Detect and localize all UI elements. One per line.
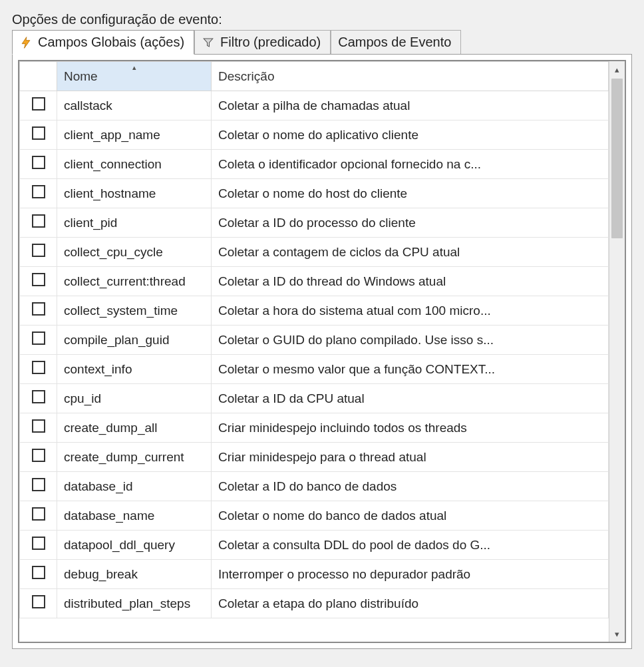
table-row[interactable]: compile_plan_guidColetar o GUID do plano… xyxy=(20,326,609,355)
tab-event-fields[interactable]: Campos de Evento xyxy=(331,30,461,54)
checkbox[interactable] xyxy=(32,244,45,257)
description-cell: Criar minidespejo incluindo todos os thr… xyxy=(212,413,609,443)
checkbox[interactable] xyxy=(32,449,45,462)
scroll-down-arrow-icon[interactable]: ▾ xyxy=(609,626,625,642)
name-cell: create_dump_current xyxy=(57,443,212,472)
table-row[interactable]: create_dump_allCriar minidespejo incluin… xyxy=(20,413,609,443)
tab-filter[interactable]: Filtro (predicado) xyxy=(194,30,331,54)
column-header-description[interactable]: Descrição xyxy=(212,62,609,91)
column-header-checkbox[interactable] xyxy=(20,62,57,91)
checkbox[interactable] xyxy=(32,419,45,433)
table-row[interactable]: create_dump_currentCriar minidespejo par… xyxy=(20,443,609,472)
checkbox-cell[interactable] xyxy=(20,150,57,179)
name-cell: collect_cpu_cycle xyxy=(57,238,212,267)
scroll-up-arrow-icon[interactable]: ▴ xyxy=(609,61,625,77)
name-cell: database_name xyxy=(57,501,212,531)
table-row[interactable]: client_app_nameColetar o nome do aplicat… xyxy=(20,120,609,150)
checkbox[interactable] xyxy=(32,126,45,140)
table-row[interactable]: client_connectionColeta o identificador … xyxy=(20,150,609,179)
table-row[interactable]: database_idColetar a ID do banco de dado… xyxy=(20,472,609,501)
table-row[interactable]: database_nameColetar o nome do banco de … xyxy=(20,501,609,531)
lightning-icon xyxy=(19,36,33,49)
checkbox[interactable] xyxy=(32,361,45,374)
description-cell: Coletar a ID do processo do cliente xyxy=(212,208,609,238)
description-cell: Coletar a ID do thread do Windows atual xyxy=(212,267,609,296)
description-cell: Interromper o processo no depurador padr… xyxy=(212,560,609,589)
checkbox-cell[interactable] xyxy=(20,589,57,618)
column-header-label: Descrição xyxy=(218,69,274,83)
table-row[interactable]: callstackColetar a pilha de chamadas atu… xyxy=(20,91,609,120)
checkbox[interactable] xyxy=(32,507,45,521)
checkbox-cell[interactable] xyxy=(20,296,57,326)
checkbox[interactable] xyxy=(32,97,45,111)
column-header-label: Nome xyxy=(64,69,98,83)
description-cell: Coletar o nome do aplicativo cliente xyxy=(212,120,609,150)
name-cell: distributed_plan_steps xyxy=(57,589,212,618)
checkbox-cell[interactable] xyxy=(20,472,57,501)
table-row[interactable]: collect_system_timeColetar a hora do sis… xyxy=(20,296,609,326)
vertical-scrollbar[interactable]: ▴ ▾ xyxy=(609,61,625,642)
tab-panel: ▴ Nome Descrição callstackColetar a pilh… xyxy=(12,54,632,649)
name-cell: client_connection xyxy=(57,150,212,179)
checkbox-cell[interactable] xyxy=(20,501,57,531)
checkbox[interactable] xyxy=(32,273,45,286)
table-row[interactable]: client_pidColetar a ID do processo do cl… xyxy=(20,208,609,238)
checkbox[interactable] xyxy=(32,156,45,169)
checkbox-cell[interactable] xyxy=(20,179,57,208)
checkbox[interactable] xyxy=(32,214,45,228)
fields-table: ▴ Nome Descrição callstackColetar a pilh… xyxy=(19,61,609,618)
checkbox-cell[interactable] xyxy=(20,120,57,150)
description-cell: Coletar a etapa do plano distribuído xyxy=(212,589,609,618)
name-cell: client_app_name xyxy=(57,120,212,150)
checkbox[interactable] xyxy=(32,595,45,608)
name-cell: collect_current:thread xyxy=(57,267,212,296)
table-row[interactable]: datapool_ddl_queryColetar a consulta DDL… xyxy=(20,531,609,560)
table-row[interactable]: cpu_idColetar a ID da CPU atual xyxy=(20,384,609,413)
table-row[interactable]: context_infoColetar o mesmo valor que a … xyxy=(20,355,609,384)
checkbox-cell[interactable] xyxy=(20,355,57,384)
funnel-icon xyxy=(202,36,215,49)
table-row[interactable]: distributed_plan_stepsColetar a etapa do… xyxy=(20,589,609,618)
checkbox[interactable] xyxy=(32,332,45,345)
table-row[interactable]: collect_current:threadColetar a ID do th… xyxy=(20,267,609,296)
checkbox-cell[interactable] xyxy=(20,326,57,355)
checkbox[interactable] xyxy=(32,390,45,403)
name-cell: collect_system_time xyxy=(57,296,212,326)
checkbox-cell[interactable] xyxy=(20,91,57,120)
checkbox[interactable] xyxy=(32,478,45,491)
tab-label: Filtro (predicado) xyxy=(220,35,321,50)
checkbox[interactable] xyxy=(32,537,45,550)
section-heading: Opções de configuração de evento: xyxy=(12,12,632,27)
name-cell: callstack xyxy=(57,91,212,120)
name-cell: create_dump_all xyxy=(57,413,212,443)
checkbox-cell[interactable] xyxy=(20,208,57,238)
checkbox-cell[interactable] xyxy=(20,413,57,443)
checkbox-cell[interactable] xyxy=(20,531,57,560)
tab-global-fields[interactable]: Campos Globais (ações) xyxy=(12,30,194,55)
description-cell: Coletar a contagem de ciclos da CPU atua… xyxy=(212,238,609,267)
checkbox-cell[interactable] xyxy=(20,238,57,267)
table-row[interactable]: collect_cpu_cycleColetar a contagem de c… xyxy=(20,238,609,267)
checkbox-cell[interactable] xyxy=(20,560,57,589)
name-cell: context_info xyxy=(57,355,212,384)
checkbox-cell[interactable] xyxy=(20,267,57,296)
name-cell: cpu_id xyxy=(57,384,212,413)
description-cell: Coletar o nome do banco de dados atual xyxy=(212,501,609,531)
description-cell: Coletar a hora do sistema atual com 100 … xyxy=(212,296,609,326)
description-cell: Coleta o identificador opcional fornecid… xyxy=(212,150,609,179)
sort-asc-icon: ▴ xyxy=(132,63,136,72)
checkbox-cell[interactable] xyxy=(20,443,57,472)
checkbox[interactable] xyxy=(32,302,45,316)
description-cell: Coletar o mesmo valor que a função CONTE… xyxy=(212,355,609,384)
name-cell: database_id xyxy=(57,472,212,501)
tab-strip: Campos Globais (ações) Filtro (predicado… xyxy=(12,30,632,54)
name-cell: debug_break xyxy=(57,560,212,589)
column-header-name[interactable]: ▴ Nome xyxy=(57,62,212,91)
description-cell: Coletar o GUID do plano compilado. Use i… xyxy=(212,326,609,355)
checkbox[interactable] xyxy=(32,185,45,198)
checkbox-cell[interactable] xyxy=(20,384,57,413)
table-row[interactable]: client_hostnameColetar o nome do host do… xyxy=(20,179,609,208)
checkbox[interactable] xyxy=(32,566,45,579)
scroll-thumb[interactable] xyxy=(611,79,623,238)
table-row[interactable]: debug_breakInterromper o processo no dep… xyxy=(20,560,609,589)
